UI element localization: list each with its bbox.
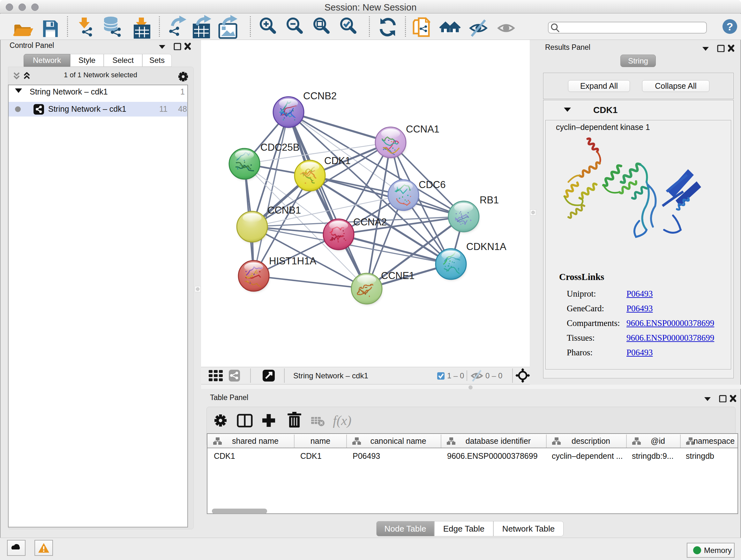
svg-text:RB1: RB1 xyxy=(480,194,499,206)
svg-text:HIST1H1A: HIST1H1A xyxy=(269,255,316,266)
svg-text:CDK1: CDK1 xyxy=(324,155,351,166)
svg-text:description: description xyxy=(571,436,610,445)
svg-text:CCNB2: CCNB2 xyxy=(303,90,337,102)
svg-text:namespace: namespace xyxy=(693,436,735,445)
svg-text:CDC25B: CDC25B xyxy=(260,142,299,153)
svg-text:CDC6: CDC6 xyxy=(419,179,446,190)
svg-text:database identifier: database identifier xyxy=(466,436,531,445)
svg-text:?: ? xyxy=(727,20,733,33)
svg-text:canonical name: canonical name xyxy=(370,436,426,445)
svg-text:f(x): f(x) xyxy=(333,413,351,428)
svg-text:@id: @id xyxy=(651,436,665,445)
svg-text:shared name: shared name xyxy=(232,436,279,445)
svg-text:CCNE1: CCNE1 xyxy=(381,270,414,281)
svg-text:CCNA1: CCNA1 xyxy=(406,124,440,135)
svg-text:CCNA2: CCNA2 xyxy=(353,216,387,228)
svg-text:CCNB1: CCNB1 xyxy=(267,205,301,216)
svg-text:CDKN1A: CDKN1A xyxy=(466,241,507,252)
svg-text:name: name xyxy=(311,436,331,445)
